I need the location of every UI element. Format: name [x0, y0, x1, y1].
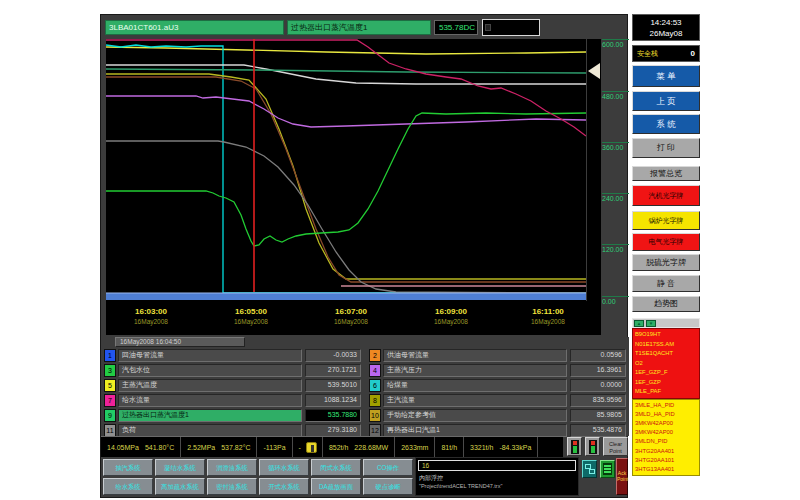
legend-row[interactable]: 3汽包水位270.1721	[104, 364, 361, 377]
chart-background	[106, 39, 586, 301]
tick-date: 16May2008	[316, 318, 386, 325]
sidebar-button-打印[interactable]: 打 印	[632, 138, 700, 158]
clock-time: 14:24:53	[633, 17, 699, 28]
clear-point-button[interactable]: Clear Point	[603, 437, 628, 456]
nav-button-润滑油系统[interactable]: 润滑油系统	[207, 459, 257, 476]
nav-button-给水系统[interactable]: 给水系统	[103, 478, 153, 495]
selected-description-field[interactable]: 过热器出口蒸汽温度1	[287, 20, 431, 35]
damper-indicator-icon[interactable]	[306, 442, 317, 453]
alarm-list-critical: B9O19HTN01E17SS.AMT1SE1QACHTO21EF_GZP_F1…	[632, 328, 700, 399]
nav-button-CO操作[interactable]: CO操作	[363, 459, 413, 476]
status-value: 14.05MPa	[104, 444, 142, 451]
legend-row[interactable]: 1回油母管流量-0.0033	[104, 349, 361, 362]
legend-row[interactable]: 12再热器出口汽温1535.4876	[369, 424, 626, 437]
alarm-item[interactable]: B9O19HT	[635, 330, 697, 340]
legend-name: 主蒸汽温度	[118, 379, 302, 392]
alarm-item[interactable]: 3MKW42AP00	[635, 428, 697, 437]
legend-row[interactable]: 4主蒸汽压力16.3961	[369, 364, 626, 377]
status-value: 81t/h	[438, 444, 460, 451]
legend-row[interactable]: 11负荷279.3180	[104, 424, 361, 437]
safety-stack-label: 安全栈	[637, 49, 658, 59]
status-value: 2.52MPa	[184, 444, 218, 451]
status-value: 541.80°C	[142, 444, 177, 451]
sidebar-button-汽机光字牌[interactable]: 汽机光字牌	[632, 185, 700, 206]
sidebar-button-脱硫光字牌[interactable]: 脱硫光字牌	[632, 254, 700, 271]
alarm-item[interactable]: O2	[635, 359, 697, 369]
chart-horizontal-scrollbar[interactable]	[106, 293, 586, 300]
nav-button-闭式水系统[interactable]: 闭式水系统	[311, 459, 361, 476]
nav-button-抽汽系统[interactable]: 抽汽系统	[103, 459, 153, 476]
sidebar-button-锅炉光字牌[interactable]: 锅炉光字牌	[632, 211, 700, 230]
legend-value: -0.0033	[305, 349, 361, 362]
nav-button-凝结水系统[interactable]: 凝结水系统	[155, 459, 205, 476]
safety-stack: 安全栈 0	[632, 45, 700, 62]
alarm-item[interactable]: 3MLD_HA_PID	[635, 410, 697, 419]
legend-row[interactable]: 10手动给定参考值85.9805	[369, 409, 626, 422]
nav-button-开式水系统[interactable]: 开式水系统	[259, 478, 309, 495]
status-value: 537.82°C	[218, 444, 253, 451]
alarm-item[interactable]: 3HTG20AA401	[635, 447, 697, 456]
alarm-item[interactable]: 3HTG13AA401	[635, 465, 697, 474]
sidebar-button-报警总览[interactable]: 报警总览	[632, 166, 700, 181]
alarm-item[interactable]: 3MLDN_PID	[635, 437, 697, 446]
status-value: 3321t/h	[467, 444, 496, 451]
toggle-green-bar	[573, 446, 577, 453]
status-segment: 2633mm	[395, 437, 435, 457]
legend-name: 主汽流量	[383, 394, 567, 407]
legend-color-chip: 4	[369, 364, 381, 377]
selected-tag-field[interactable]: 3LBA01CT601.aU3	[105, 20, 284, 35]
toggle-indicator-2[interactable]	[585, 437, 600, 456]
alarm-item[interactable]: T1SE1QACHT	[635, 349, 697, 359]
alarm-page-down-icon[interactable]: ▼	[646, 320, 656, 327]
legend-color-chip: 6	[369, 379, 381, 392]
legend-color-chip: 5	[104, 379, 116, 392]
nav-button-高加疏水系统[interactable]: 高加疏水系统	[155, 478, 205, 495]
sidebar-button-上页[interactable]: 上 页	[632, 91, 700, 111]
grid-view-button[interactable]	[600, 460, 615, 478]
trend-search-input[interactable]	[482, 19, 540, 36]
sidebar-button-菜单[interactable]: 菜 单	[632, 65, 700, 87]
trend-chart[interactable]	[106, 39, 586, 301]
legend-color-chip: 7	[104, 394, 116, 407]
legend-row[interactable]: 6给煤量0.0000	[369, 379, 626, 392]
x-axis-tick: 16:11:0016May2008	[513, 307, 583, 325]
tick-time: 16:09:00	[416, 307, 486, 316]
y-axis-label: 120.00	[602, 244, 629, 253]
trend-window: 3LBA01CT601.aU3 过热器出口蒸汽温度1 535.78DC 600.…	[100, 14, 628, 498]
trend-number-input[interactable]: 16	[418, 460, 576, 471]
sidebar-button-系统[interactable]: 系 统	[632, 114, 700, 134]
nav-button-密封油系统[interactable]: 密封油系统	[207, 478, 257, 495]
alarm-item[interactable]: MLE_PAF	[635, 387, 697, 397]
toggle-indicator-1[interactable]	[567, 437, 582, 456]
alarm-item[interactable]: 3MLE_HA_PID	[635, 401, 697, 410]
selected-value-box: 535.78DC	[434, 20, 478, 35]
alarm-item[interactable]: N01E17SS.AM	[635, 340, 697, 350]
status-segment: 3321t/h-84.33kPa	[464, 437, 538, 457]
legend-row[interactable]: 2供油母管流量0.0596	[369, 349, 626, 362]
alarm-item[interactable]: 3MKW42AP00	[635, 419, 697, 428]
sidebar-button-电气光字牌[interactable]: 电气光字牌	[632, 233, 700, 251]
legend-row[interactable]: 5主蒸汽温度539.5010	[104, 379, 361, 392]
sidebar-button-静音[interactable]: 静 音	[632, 275, 700, 292]
alarm-item[interactable]: 1EF_GZP	[635, 378, 697, 388]
ack-point-button[interactable]: Ack Point	[616, 458, 628, 495]
legend-row[interactable]: 7给水流量1088.1234	[104, 394, 361, 407]
status-value: -113Pa	[260, 444, 288, 451]
y-axis-label: 600.00	[602, 39, 629, 48]
cursor-timestamp: 16May2008 16:04:50	[115, 337, 245, 347]
chart-vertical-scrollbar[interactable]	[587, 39, 601, 301]
alarm-item[interactable]: 1EF_GZP_F	[635, 368, 697, 378]
alarm-page-up-icon[interactable]: ▲	[634, 320, 644, 327]
nav-button-DA疏放画面[interactable]: DA疏放画面	[311, 478, 361, 495]
alarm-item[interactable]: 3HTG20AA101	[635, 456, 697, 465]
nav-button-硬点诊断[interactable]: 硬点诊断	[363, 478, 413, 495]
y-axis-label: 240.00	[602, 193, 629, 202]
legend-row[interactable]: 8主汽流量835.9596	[369, 394, 626, 407]
legend-row[interactable]: 9过热器出口蒸汽温度1535.7880	[104, 409, 361, 422]
nav-button-循环水系统[interactable]: 循环水系统	[259, 459, 309, 476]
status-value: 2633mm	[398, 444, 431, 451]
sidebar-button-趋势图[interactable]: 趋势图	[632, 296, 700, 312]
link-button[interactable]	[582, 460, 597, 478]
scale-marker-icon[interactable]	[588, 63, 600, 79]
tick-time: 16:03:00	[116, 307, 186, 316]
